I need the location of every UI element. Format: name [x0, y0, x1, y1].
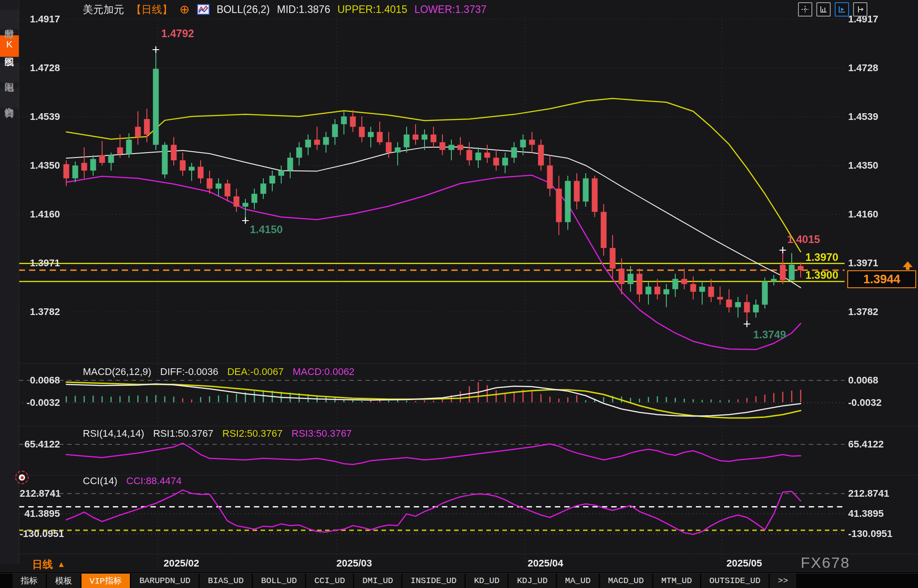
boll-upper-value: UPPER:1.4015: [337, 4, 407, 16]
cci-title: CCI(14): [83, 475, 117, 487]
tab-vip指标[interactable]: VIP指标: [82, 574, 130, 588]
rsi3-value: RSI3:50.3767: [292, 428, 352, 439]
boll-lower-value: LOWER:1.3737: [414, 4, 486, 16]
auto-play-tool-button[interactable]: [835, 2, 849, 17]
price-axis-label-right: 1.4539: [848, 111, 878, 123]
watermark: FX678: [801, 554, 850, 571]
tab-outside_ud[interactable]: OUTSIDE_UD: [701, 574, 768, 588]
cci-axis-label-right: 212.8741: [848, 488, 889, 499]
price-axis-label-left: 1.3971: [20, 257, 60, 269]
price-axis-label-right: 1.3782: [848, 306, 878, 318]
price-axis-label-right: 1.4728: [848, 62, 878, 74]
rsi-axis-label-right: 65.4122: [848, 439, 884, 450]
app-window: 分时图K线图闪电图合约资料 美元加元 【日线】 ⊕ BOLL(26,2) MID…: [0, 0, 918, 588]
tab-指标[interactable]: 指标: [13, 574, 46, 588]
price-axis-label-left: 1.4539: [20, 111, 60, 123]
cci-indicator-row: CCI(14) CCI:88.4474: [83, 475, 182, 487]
alert-sun-icon[interactable]: [15, 471, 29, 484]
macd-hist-value: MACD:0.0062: [292, 366, 354, 378]
macd-axis-label-right: -0.0032: [848, 397, 882, 409]
macd-axis-label-left: -0.0032: [20, 397, 60, 409]
tab-cci_ud[interactable]: CCI_UD: [306, 574, 353, 588]
rsi1-value: RSI1:50.3767: [153, 428, 214, 439]
bottom-tab-bar: 指标模板VIP指标BARUPDN_UDBIAS_UDBOLL_UDCCI_UDD…: [0, 573, 918, 588]
price-axis-label-left: 1.4160: [20, 209, 60, 220]
xaxis-month-label: 2025/04: [514, 558, 577, 569]
cci-axis-label-right: -130.0951: [848, 528, 892, 540]
tab-barupdn_ud[interactable]: BARUPDN_UD: [131, 574, 198, 588]
period-selector[interactable]: 日线 ▲: [32, 558, 65, 571]
xaxis-month-label: 2025/03: [323, 558, 386, 569]
tab-kdj_ud[interactable]: KDJ_UD: [509, 574, 555, 588]
alert-sun-inner: [19, 474, 25, 481]
period-arrow-icon: ▲: [57, 560, 65, 569]
cci-axis-label-left: -130.0951: [20, 528, 60, 540]
rsi-axis-label-left: 65.4122: [20, 439, 60, 450]
price-axis-label-right: 1.3971: [848, 257, 878, 269]
price-axis-label-left: 1.4350: [20, 160, 60, 171]
price-extreme-label: 1.4792: [161, 27, 194, 40]
chart-header: 美元加元 【日线】 ⊕ BOLL(26,2) MID:1.3876 UPPER:…: [83, 2, 487, 17]
sidebar-item-label: 分时图: [4, 21, 16, 23]
macd-title: MACD(26,12,9): [83, 366, 151, 378]
price-axis-label-right: 1.4160: [848, 209, 878, 220]
tab-macd_ud[interactable]: MACD_UD: [600, 574, 652, 588]
extreme-cross-marker: +: [743, 317, 751, 331]
axis-scale-tool-button[interactable]: [816, 2, 831, 17]
macd-axis-label-left: 0.0068: [20, 375, 60, 386]
macd-indicator-row: MACD(26,12,9) DIFF:-0.0036 DEA:-0.0067 M…: [83, 366, 355, 378]
macd-diff-value: DIFF:-0.0036: [160, 366, 219, 378]
tab-模板[interactable]: 模板: [47, 574, 80, 588]
chart-canvas[interactable]: [0, 0, 918, 588]
sidebar-item-3[interactable]: 合约资料: [0, 89, 19, 108]
price-axis-label-left: 1.4917: [20, 13, 60, 25]
boll-label: BOLL(26,2): [217, 4, 270, 16]
cci-axis-label-right: 41.3895: [848, 508, 884, 520]
alert-sun-core: [21, 476, 24, 479]
pan-axis-tool-button[interactable]: [853, 2, 867, 17]
xaxis-month-label: 2025/05: [713, 558, 776, 569]
crosshair-tool-button[interactable]: [798, 2, 812, 17]
cci-axis-label-left: 41.3895: [20, 508, 60, 520]
chart-toolbar: [798, 2, 867, 17]
rsi2-value: RSI2:50.3767: [223, 428, 283, 439]
cci-axis-label-left: 212.8741: [20, 488, 60, 499]
rsi-title: RSI(14,14,14): [83, 428, 144, 439]
sidebar-item-2[interactable]: 闪电图: [0, 63, 19, 82]
price-axis-label-left: 1.3782: [20, 306, 60, 318]
tab-bias_ud[interactable]: BIAS_UD: [200, 574, 252, 588]
tab-inside_ud[interactable]: INSIDE_UD: [403, 574, 465, 588]
tab-dmi_ud[interactable]: DMI_UD: [354, 574, 401, 588]
add-indicator-icon[interactable]: ⊕: [180, 2, 190, 17]
sidebar-item-1[interactable]: K线图: [0, 35, 19, 57]
current-price-arrow-stem: [906, 267, 909, 270]
sidebar-item-label: K线图: [4, 39, 16, 51]
price-axis-label-right: 1.4350: [848, 160, 878, 171]
price-extreme-label: 1.3749: [753, 328, 786, 341]
sidebar-item-label: 闪电图: [4, 75, 16, 76]
period-label: 日线: [32, 558, 53, 571]
rsi-indicator-row: RSI(14,14,14) RSI1:50.3767 RSI2:50.3767 …: [83, 428, 352, 439]
tab-boll_ud[interactable]: BOLL_UD: [253, 574, 305, 588]
extreme-cross-marker: +: [241, 214, 249, 227]
xaxis-month-label: 2025/02: [150, 558, 213, 569]
price-axis-label-left: 1.4728: [20, 62, 60, 74]
current-price-arrow-icon: [903, 261, 913, 267]
tab-kd_ud[interactable]: KD_UD: [466, 574, 507, 588]
horizontal-level-label: 1.3900: [761, 269, 838, 281]
macd-axis-label-right: 0.0068: [848, 375, 878, 386]
sidebar-item-0[interactable]: 分时图: [0, 10, 19, 29]
sidebar-item-label: 合约资料: [4, 100, 16, 102]
cci-value: CCI:88.4474: [126, 475, 182, 487]
tab-ma_ud[interactable]: MA_UD: [557, 574, 599, 588]
price-extreme-label: 1.4015: [787, 233, 820, 246]
macd-dea-value: DEA:-0.0067: [227, 366, 283, 378]
tab-mtm_ud[interactable]: MTM_UD: [653, 574, 700, 588]
current-price-box: 1.3944: [847, 270, 916, 288]
current-price-value: 1.3944: [863, 273, 901, 286]
price-extreme-label: 1.4150: [250, 223, 283, 236]
boll-mid-value: MID:1.3876: [277, 4, 330, 16]
period-tag[interactable]: 【日线】: [131, 3, 172, 17]
tab-more[interactable]: >>: [770, 574, 796, 588]
extreme-cross-marker: +: [152, 43, 160, 56]
